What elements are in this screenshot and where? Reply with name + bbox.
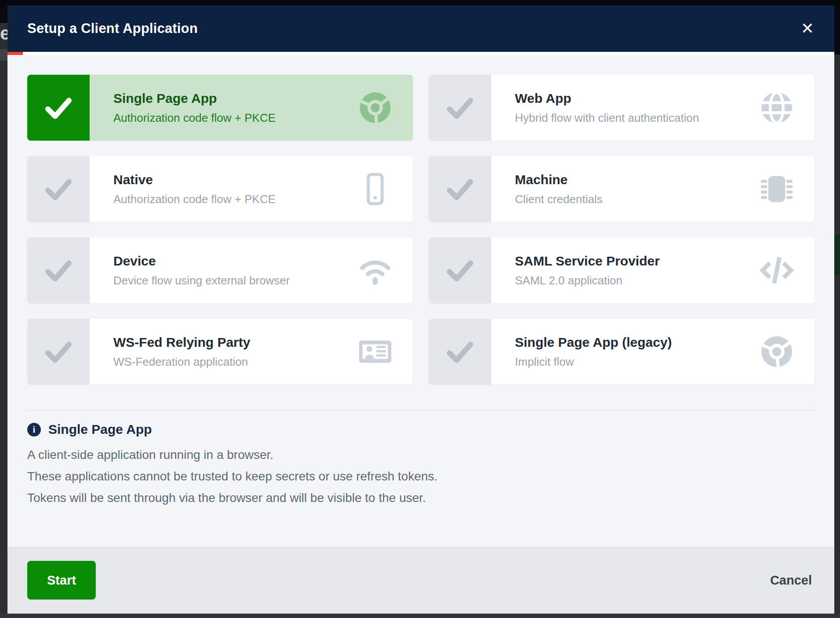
tile-subtitle: Client credentials	[515, 193, 758, 206]
page: es Setup a Client Application ✕ Single P…	[0, 0, 840, 618]
dialog-title: Setup a Client Application	[27, 21, 798, 36]
tile-text: Native Authorization code flow + PKCE	[90, 156, 357, 222]
checkmark-icon	[444, 254, 476, 286]
tile-checkbox	[429, 75, 491, 141]
header-divider	[7, 52, 834, 55]
tile-text: Machine Client credentials	[491, 156, 758, 222]
cancel-button[interactable]: Cancel	[768, 573, 815, 588]
tile-subtitle: SAML 2.0 application	[515, 274, 758, 287]
background-page-fragment	[0, 614, 840, 618]
tile-text: Device Device flow using external browse…	[90, 237, 357, 303]
dialog-body: Single Page App Authorization code flow …	[7, 55, 834, 547]
tile-subtitle: Authorization code flow + PKCE	[113, 111, 357, 125]
checkmark-icon	[43, 92, 74, 124]
tile-title: Single Page App	[113, 91, 357, 106]
info-line: A client-side application running in a b…	[27, 444, 815, 465]
red-accent-bar	[7, 52, 23, 55]
tile-text: SAML Service Provider SAML 2.0 applicati…	[491, 237, 758, 303]
tile-text: WS-Fed Relying Party WS-Federation appli…	[90, 319, 357, 385]
close-icon[interactable]: ✕	[798, 19, 817, 38]
tile-subtitle: Hybrid flow with client authentication	[515, 111, 758, 125]
tile-checkbox	[27, 156, 90, 222]
tile-subtitle: Authorization code flow + PKCE	[113, 193, 357, 206]
code-icon	[758, 252, 795, 289]
tile-single-page-app[interactable]: Single Page App Authorization code flow …	[27, 75, 413, 141]
tile-text: Web App Hybrid flow with client authenti…	[491, 75, 758, 141]
tile-device[interactable]: Device Device flow using external browse…	[27, 237, 413, 303]
background-page-fragment	[834, 234, 840, 275]
tile-title: WS-Fed Relying Party	[113, 335, 357, 350]
chip-icon	[758, 171, 795, 207]
info-line: These applications cannot be trusted to …	[27, 465, 815, 487]
checkmark-icon	[43, 173, 74, 205]
tile-web-app[interactable]: Web App Hybrid flow with client authenti…	[429, 75, 815, 141]
info-description: A client-side application running in a b…	[27, 444, 815, 509]
info-line: Tokens will be sent through via the brow…	[27, 487, 815, 509]
checkmark-icon	[43, 336, 74, 367]
tile-title: Device	[113, 254, 357, 269]
background-text-fragment: es	[0, 24, 7, 44]
setup-client-application-dialog: Setup a Client Application ✕ Single Page…	[7, 5, 834, 614]
id-card-icon	[357, 333, 394, 370]
chrome-icon	[758, 333, 795, 370]
tile-text: Single Page App Authorization code flow …	[90, 75, 357, 141]
checkmark-icon	[444, 173, 476, 205]
checkmark-icon	[43, 254, 74, 286]
tile-subtitle: Device flow using external browser	[113, 274, 357, 287]
tile-subtitle: Implicit flow	[515, 355, 758, 369]
section-divider	[27, 410, 815, 411]
tile-subtitle: WS-Federation application	[113, 355, 357, 369]
smartphone-icon	[357, 171, 394, 207]
dialog-header: Setup a Client Application ✕	[7, 5, 834, 52]
tile-checkbox	[429, 237, 491, 303]
start-button[interactable]: Start	[27, 561, 96, 600]
checkmark-icon	[444, 336, 476, 367]
tile-checkbox	[429, 156, 491, 222]
tile-machine[interactable]: Machine Client credentials	[429, 156, 815, 222]
background-page-fragment	[0, 0, 840, 5]
tile-saml-service-provider[interactable]: SAML Service Provider SAML 2.0 applicati…	[429, 237, 815, 303]
background-page-fragment	[0, 5, 7, 23]
tile-checkbox	[27, 237, 90, 303]
background-page-fragment	[834, 5, 840, 55]
tile-title: Web App	[515, 91, 758, 106]
info-circle-icon: i	[27, 423, 41, 436]
chrome-icon	[357, 89, 394, 126]
info-heading: Single Page App	[48, 422, 152, 437]
tile-title: SAML Service Provider	[515, 254, 758, 269]
tile-text: Single Page App (legacy) Implicit flow	[491, 319, 758, 385]
tile-ws-fed-relying-party[interactable]: WS-Fed Relying Party WS-Federation appli…	[27, 319, 413, 385]
info-section-header: i Single Page App	[27, 422, 815, 437]
tile-title: Machine	[515, 172, 758, 187]
tile-native[interactable]: Native Authorization code flow + PKCE	[27, 156, 413, 222]
tile-title: Single Page App (legacy)	[515, 335, 758, 350]
checkmark-icon	[444, 92, 476, 124]
tile-checkbox	[27, 319, 90, 385]
client-type-grid: Single Page App Authorization code flow …	[27, 75, 815, 385]
tile-title: Native	[113, 172, 357, 187]
tile-single-page-app-legacy[interactable]: Single Page App (legacy) Implicit flow	[429, 319, 815, 385]
globe-icon	[758, 89, 795, 126]
wifi-icon	[357, 252, 394, 289]
tile-checkbox	[27, 75, 90, 141]
background-page-fragment	[0, 49, 7, 61]
tile-checkbox	[429, 319, 491, 385]
dialog-footer: Start Cancel	[7, 547, 834, 614]
